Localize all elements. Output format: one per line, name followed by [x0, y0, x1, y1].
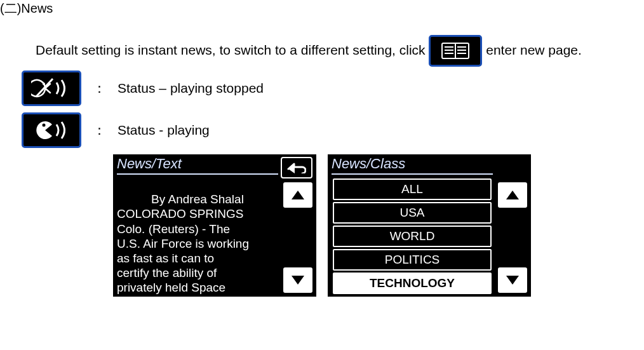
screen-class-header: News/Class	[332, 156, 405, 172]
status-playing-icon	[22, 112, 81, 148]
svg-marker-15	[506, 276, 519, 285]
class-scroll-up-button[interactable]	[498, 182, 527, 208]
news-text-first-line: By Andrea Shalal	[117, 192, 278, 206]
svg-point-8	[43, 83, 45, 85]
news-text-body: By Andrea ShalalCOLORADO SPRINGS Colo. (…	[117, 177, 278, 294]
triangle-down-icon	[290, 274, 305, 286]
svg-marker-13	[292, 276, 304, 285]
screen-text-header-line	[117, 173, 278, 175]
svg-line-9	[36, 79, 53, 97]
svg-point-10	[43, 124, 46, 127]
class-list-item[interactable]: WORLD	[333, 225, 492, 247]
status-playing-text: Status - playing	[117, 123, 210, 138]
status-stopped-colon: ：	[93, 79, 106, 97]
class-list-item-selected[interactable]: TECHNOLOGY	[333, 273, 492, 294]
class-list: ALL USA WORLD POLITICS TECHNOLOGY	[333, 178, 492, 294]
device-screen-news-text: News/Text By Andrea ShalalCOLORADO SPR	[113, 154, 316, 297]
status-stopped-text: Status – playing stopped	[117, 81, 264, 96]
triangle-up-icon	[505, 189, 520, 201]
intro-paragraph: Default setting is instant news, to swit…	[0, 35, 644, 67]
triangle-up-icon	[290, 189, 305, 201]
intro-text-part1: Default setting is instant news, to swit…	[36, 43, 429, 57]
class-list-item[interactable]: USA	[333, 202, 492, 224]
screen-text-header: News/Text	[117, 156, 182, 172]
back-arrow-icon	[287, 162, 306, 173]
news-text-rest: COLORADO SPRINGS Colo. (Reuters) - The U…	[117, 207, 249, 303]
intro-text-part2: enter new page.	[486, 43, 582, 57]
class-scroll-down-button[interactable]	[498, 267, 527, 293]
device-screen-news-class: News/Class ALL USA WORLD POLITICS TECHNO…	[328, 154, 531, 297]
status-playing-row: ： Status - playing	[22, 112, 644, 148]
class-list-item[interactable]: ALL	[333, 178, 492, 200]
class-list-item[interactable]: POLITICS	[333, 249, 492, 271]
book-icon	[429, 35, 482, 67]
triangle-down-icon	[505, 274, 520, 286]
status-playing-colon: ：	[93, 121, 106, 139]
status-stopped-icon	[22, 71, 81, 106]
section-heading: (二)News	[0, 0, 644, 17]
svg-marker-12	[292, 191, 304, 199]
scroll-up-button[interactable]	[283, 182, 312, 208]
svg-marker-14	[506, 191, 519, 199]
scroll-down-button[interactable]	[283, 267, 312, 293]
status-stopped-row: ： Status – playing stopped	[22, 71, 644, 106]
screen-class-header-line	[332, 173, 493, 175]
back-button[interactable]	[281, 157, 312, 178]
